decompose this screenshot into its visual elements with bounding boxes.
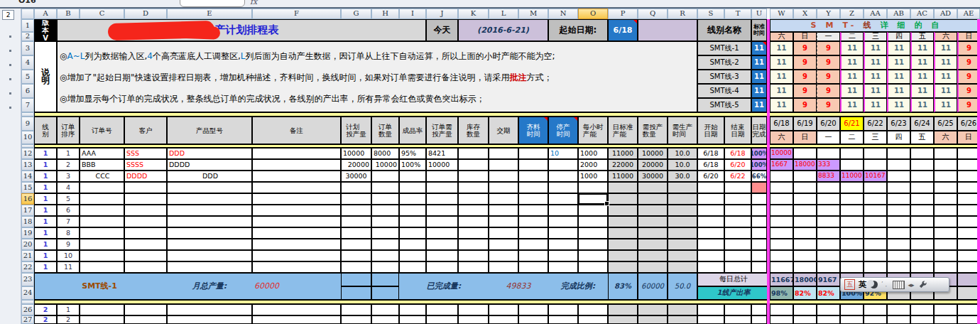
capacity-cell[interactable]: 9 bbox=[793, 98, 817, 112]
cell-O[interactable] bbox=[578, 304, 608, 315]
weekday-cell[interactable]: 六 bbox=[934, 32, 957, 41]
schedule-cell[interactable] bbox=[887, 171, 910, 182]
schedule-cell[interactable] bbox=[817, 182, 840, 193]
cell-plan-qty[interactable]: 20000 bbox=[341, 159, 371, 171]
schedule-cell[interactable] bbox=[887, 205, 910, 216]
schedule-cell[interactable] bbox=[910, 171, 934, 182]
schedule-cell[interactable]: 18000 bbox=[793, 159, 817, 171]
schedule-cell[interactable] bbox=[934, 159, 957, 171]
capacity-cell[interactable]: 11 bbox=[840, 98, 864, 112]
schedule-cell[interactable] bbox=[910, 227, 934, 239]
schedule-cell[interactable]: 10000 bbox=[770, 148, 793, 159]
yield-cell[interactable]: 82% bbox=[793, 286, 817, 300]
table-header-M[interactable]: 齐料 时间 bbox=[518, 117, 548, 144]
cell-remark[interactable] bbox=[252, 250, 341, 261]
cell-need-qty[interactable] bbox=[426, 239, 458, 250]
col-header-U[interactable]: U bbox=[751, 9, 767, 19]
cell-order-qty[interactable] bbox=[371, 193, 399, 205]
row-header-10[interactable]: 10 bbox=[21, 131, 34, 144]
daily-total-cell[interactable]: 18000 bbox=[793, 273, 817, 286]
weekday-cell[interactable]: 日 bbox=[957, 32, 980, 41]
row-header-4[interactable]: 4 bbox=[21, 55, 34, 70]
schedule-cell[interactable] bbox=[887, 250, 910, 261]
cell-model[interactable] bbox=[167, 205, 252, 216]
schedule-cell[interactable] bbox=[910, 148, 934, 159]
ime-lang-icon[interactable]: 英 bbox=[859, 279, 866, 290]
daily-total-cell[interactable]: 11667 bbox=[770, 273, 793, 286]
capacity-cell[interactable]: 9 bbox=[793, 84, 817, 98]
cell-seq[interactable]: 4 bbox=[57, 182, 80, 193]
cell-yield-rate[interactable] bbox=[399, 261, 426, 273]
schedule-cell[interactable] bbox=[957, 315, 980, 324]
cell-stock[interactable] bbox=[458, 216, 489, 227]
schedule-cell[interactable] bbox=[887, 193, 910, 205]
table-header-N[interactable]: 停产 时间 bbox=[548, 117, 578, 144]
schedule-cell[interactable] bbox=[864, 159, 887, 171]
schedule-cell[interactable] bbox=[934, 261, 957, 273]
cell-hourly-cap[interactable] bbox=[578, 239, 608, 250]
toolbar-pill[interactable] bbox=[180, 0, 245, 7]
cell-plan-qty[interactable] bbox=[341, 205, 371, 216]
weekday-cell[interactable]: 日 bbox=[793, 32, 817, 41]
schedule-cell[interactable] bbox=[840, 315, 864, 324]
cell-need-qty[interactable] bbox=[426, 261, 458, 273]
cell-remark[interactable] bbox=[252, 148, 341, 159]
cell-Q[interactable] bbox=[638, 304, 668, 315]
cell-order-no[interactable] bbox=[80, 205, 124, 216]
schedule-cell[interactable] bbox=[770, 193, 793, 205]
schedule-cell[interactable] bbox=[817, 304, 840, 315]
yield-cell[interactable]: 98% bbox=[770, 286, 793, 300]
cell-N[interactable] bbox=[548, 304, 578, 315]
cell-start-date[interactable] bbox=[697, 205, 724, 216]
cell-end-date[interactable] bbox=[724, 239, 751, 250]
table-header-O[interactable]: 每小时 产能 bbox=[578, 117, 608, 144]
std-time-cell[interactable]: 11 bbox=[751, 70, 767, 84]
schedule-cell[interactable] bbox=[910, 193, 934, 205]
cell-R[interactable] bbox=[668, 315, 697, 324]
cell-end-date[interactable] bbox=[724, 182, 751, 193]
schedule-cell[interactable] bbox=[910, 182, 934, 193]
cell-B[interactable]: 2 bbox=[57, 315, 80, 324]
cell-order-no[interactable] bbox=[80, 239, 124, 250]
schedule-cell[interactable] bbox=[957, 205, 980, 216]
col-header-J[interactable]: J bbox=[426, 9, 458, 19]
cell-need-input[interactable] bbox=[638, 182, 668, 193]
start-date-label-cell[interactable]: 起始日期: bbox=[548, 19, 608, 41]
cell-need-input[interactable] bbox=[638, 261, 668, 273]
schedule-cell[interactable] bbox=[817, 205, 840, 216]
cell-yield-rate[interactable] bbox=[399, 239, 426, 250]
cell-start-date[interactable] bbox=[697, 193, 724, 205]
schedule-cell[interactable] bbox=[770, 239, 793, 250]
row-header-2[interactable]: 2 bbox=[21, 32, 34, 41]
ime-fullwidth-moon-icon[interactable] bbox=[870, 281, 878, 288]
cell-need-time[interactable] bbox=[668, 205, 697, 216]
cell-need-input[interactable] bbox=[638, 239, 668, 250]
cell-order-qty[interactable] bbox=[371, 216, 399, 227]
capacity-cell[interactable]: 9 bbox=[957, 84, 980, 98]
row-header-21[interactable]: 21 bbox=[21, 250, 34, 261]
cell-order-qty[interactable] bbox=[371, 182, 399, 193]
cell-G[interactable] bbox=[341, 315, 371, 324]
col-header-K[interactable]: K bbox=[458, 9, 489, 19]
col-header-F[interactable]: F bbox=[252, 9, 341, 19]
schedule-cell[interactable] bbox=[770, 216, 793, 227]
schedule-cell[interactable] bbox=[770, 227, 793, 239]
cell-seq[interactable]: 10 bbox=[57, 250, 80, 261]
schedule-cell[interactable] bbox=[793, 304, 817, 315]
cell-need-qty[interactable] bbox=[426, 182, 458, 193]
col-header-R[interactable]: R bbox=[668, 9, 697, 19]
table-header-P[interactable]: 日标准 产能 bbox=[608, 117, 638, 144]
table-header-K[interactable]: 库存 数量 bbox=[458, 117, 489, 144]
schedule-cell[interactable] bbox=[957, 148, 980, 159]
cell-plan-qty[interactable] bbox=[341, 227, 371, 239]
cell-line[interactable]: 1 bbox=[34, 193, 57, 205]
capacity-cell[interactable]: 11 bbox=[910, 41, 934, 55]
cell-customer[interactable] bbox=[124, 250, 167, 261]
capacity-cell[interactable]: 9 bbox=[817, 84, 840, 98]
schedule-cell[interactable] bbox=[793, 205, 817, 216]
schedule-cell[interactable] bbox=[957, 159, 980, 171]
cell-yield-rate[interactable] bbox=[399, 182, 426, 193]
weekday-cell[interactable]: 一 bbox=[817, 32, 840, 41]
cell-need-input[interactable] bbox=[638, 193, 668, 205]
date-header-cell[interactable]: 6/22 bbox=[864, 117, 887, 131]
